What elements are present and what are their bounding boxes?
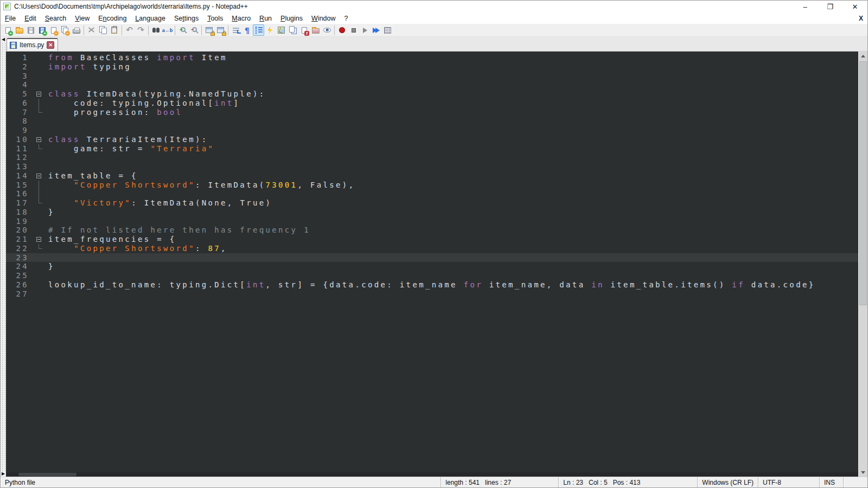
folder-as-workspace-button[interactable] [310, 24, 321, 36]
horizontal-scrollbar-thumb[interactable] [18, 473, 76, 476]
fold-collapse-icon[interactable] [32, 89, 46, 99]
line-number[interactable]: 1 [6, 53, 32, 62]
menu-language[interactable]: Language [131, 14, 170, 23]
vertical-scrollbar-thumb[interactable] [859, 61, 867, 305]
code-line-13[interactable]: 13 [6, 162, 858, 171]
close-file-button[interactable]: − [48, 24, 59, 36]
line-number[interactable]: 17 [6, 198, 32, 208]
code-line-3[interactable]: 3 [6, 72, 858, 81]
save-macro-button[interactable] [382, 24, 393, 36]
word-wrap-button[interactable] [230, 24, 241, 36]
menu-tools[interactable]: Tools [203, 14, 227, 23]
line-number[interactable]: 5 [6, 89, 32, 99]
line-number[interactable]: 7 [6, 108, 32, 117]
find-button[interactable] [150, 24, 162, 36]
vertical-scrollbar[interactable] [858, 52, 867, 477]
close-all-button[interactable]: − [59, 24, 71, 36]
line-number[interactable]: 11 [6, 144, 32, 153]
sync-scroll-vertical-button[interactable] [203, 24, 215, 36]
code-line-19[interactable]: 19 [6, 217, 858, 226]
line-number[interactable]: 12 [6, 153, 32, 162]
fold-collapse-icon[interactable] [32, 171, 46, 181]
menu-run[interactable]: Run [255, 14, 276, 23]
splitter-collapse-left-icon[interactable]: ◀ [1, 37, 6, 42]
run-macro-multiple-button[interactable] [371, 24, 382, 36]
line-number[interactable]: 26 [6, 280, 32, 290]
code-line-1[interactable]: 1from BaseClasses import Item [6, 53, 858, 62]
line-number[interactable]: 27 [6, 290, 32, 299]
redo-button[interactable]: ↷ [135, 24, 146, 36]
fold-collapse-icon[interactable] [32, 135, 46, 144]
code-line-10[interactable]: 10class TerrariaItem(Item): [6, 135, 858, 144]
menu-file[interactable]: File [1, 14, 20, 23]
restore-button[interactable]: ❐ [818, 1, 843, 12]
sync-scroll-horizontal-button[interactable] [215, 24, 226, 36]
code-line-9[interactable]: 9 [6, 126, 858, 135]
code-line-5[interactable]: 5class ItemData(typing.NamedTuple): [6, 89, 858, 99]
code-line-21[interactable]: 21item_frequencies = { [6, 235, 858, 244]
line-number[interactable]: 6 [6, 99, 32, 108]
splitter-expand-right-icon[interactable]: ▶ [1, 471, 6, 477]
save-file-button[interactable] [25, 24, 36, 36]
code-line-12[interactable]: 12 [6, 153, 858, 162]
line-number[interactable]: 18 [6, 208, 32, 217]
scroll-down-icon[interactable] [859, 468, 867, 477]
line-number[interactable]: 21 [6, 235, 32, 244]
playback-macro-button[interactable] [359, 24, 371, 36]
menu-edit[interactable]: Edit [20, 14, 41, 23]
new-file-button[interactable]: + [2, 24, 14, 36]
document-map-button[interactable] [276, 24, 287, 36]
menu-plugins[interactable]: Plugins [276, 14, 307, 23]
show-all-characters-button[interactable]: ¶ [241, 24, 253, 36]
code-line-26[interactable]: 26lookup_id_to_name: typing.Dict[int, st… [6, 280, 858, 290]
code-line-6[interactable]: 6 code: typing.Optional[int] [6, 99, 858, 108]
line-number[interactable]: 19 [6, 217, 32, 226]
line-number[interactable]: 20 [6, 226, 32, 235]
stop-macro-button[interactable] [348, 24, 359, 36]
code-line-25[interactable]: 25 [6, 271, 858, 280]
tab-close-icon[interactable]: ✕ [47, 41, 54, 49]
replace-button[interactable]: a↔b [162, 24, 173, 36]
code-line-8[interactable]: 8 [6, 117, 858, 126]
code-line-17[interactable]: 17 "Victory": ItemData(None, True) [6, 198, 858, 208]
menu-bar-close-icon[interactable]: X [859, 15, 863, 22]
define-language-button[interactable] [264, 24, 276, 36]
function-list-button[interactable]: f [298, 24, 310, 36]
fold-collapse-icon[interactable] [32, 235, 46, 244]
code-line-7[interactable]: 7 progression: bool [6, 108, 858, 117]
line-number[interactable]: 3 [6, 72, 32, 81]
line-number[interactable]: 23 [6, 253, 32, 262]
save-all-button[interactable]: + [36, 24, 48, 36]
code-line-18[interactable]: 18} [6, 208, 858, 217]
menu-help[interactable]: ? [340, 14, 353, 23]
record-macro-button[interactable] [336, 24, 348, 36]
code-line-16[interactable]: 16 [6, 189, 858, 198]
line-number[interactable]: 24 [6, 262, 32, 271]
file-monitoring-button[interactable] [321, 24, 333, 36]
line-number[interactable]: 14 [6, 171, 32, 181]
scroll-up-icon[interactable] [859, 52, 867, 60]
line-number[interactable]: 22 [6, 244, 32, 253]
menu-macro[interactable]: Macro [227, 14, 255, 23]
line-number[interactable]: 25 [6, 271, 32, 280]
line-number[interactable]: 10 [6, 135, 32, 144]
code-line-11[interactable]: 11 game: str = "Terraria" [6, 144, 858, 153]
code-line-24[interactable]: 24} [6, 262, 858, 271]
menu-encoding[interactable]: Encoding [94, 14, 131, 23]
open-file-button[interactable] [14, 24, 25, 36]
show-indent-guide-button[interactable] [253, 24, 264, 36]
code-line-27[interactable]: 27 [6, 290, 858, 299]
cut-button[interactable] [86, 24, 97, 36]
code-line-23[interactable]: 23 [6, 253, 858, 262]
line-number[interactable]: 15 [6, 181, 32, 190]
menu-settings[interactable]: Settings [170, 14, 203, 23]
code-editor[interactable]: 1from BaseClasses import Item2import typ… [6, 52, 858, 477]
minimize-button[interactable]: – [793, 1, 818, 12]
line-number[interactable]: 4 [6, 80, 32, 89]
zoom-in-button[interactable]: + [177, 24, 188, 36]
line-number[interactable]: 13 [6, 162, 32, 171]
code-line-4[interactable]: 4 [6, 80, 858, 89]
undo-button[interactable]: ↶ [124, 24, 135, 36]
dock-splitter-grip[interactable]: ◀ ▶ [1, 37, 6, 477]
line-number[interactable]: 9 [6, 126, 32, 135]
